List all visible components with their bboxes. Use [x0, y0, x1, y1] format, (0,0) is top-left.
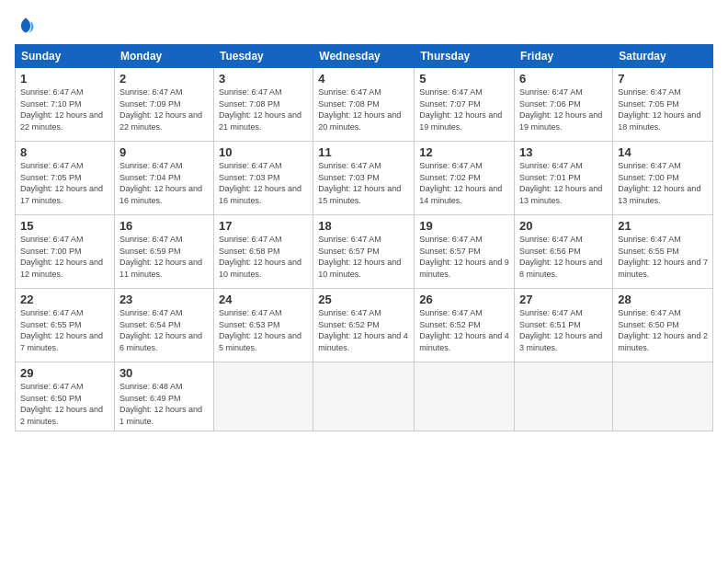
day-num: 17	[219, 219, 308, 233]
day-info: Sunrise: 6:47 AMSunset: 6:52 PMDaylight:…	[419, 307, 509, 353]
day-num: 8	[20, 145, 109, 159]
day-num: 14	[618, 145, 708, 159]
day-info: Sunrise: 6:47 AMSunset: 7:07 PMDaylight:…	[419, 86, 509, 132]
day-10: 10Sunrise: 6:47 AMSunset: 7:03 PMDayligh…	[213, 142, 313, 215]
day-3: 3Sunrise: 6:47 AMSunset: 7:08 PMDaylight…	[213, 68, 313, 142]
day-14: 14Sunrise: 6:47 AMSunset: 7:00 PMDayligh…	[613, 142, 713, 215]
day-num: 5	[419, 72, 509, 86]
col-header-wednesday: Wednesday	[313, 45, 415, 68]
day-num: 13	[519, 145, 608, 159]
empty-cell	[313, 362, 415, 431]
day-18: 18Sunrise: 6:47 AMSunset: 6:57 PMDayligh…	[313, 215, 415, 289]
day-info: Sunrise: 6:47 AMSunset: 7:10 PMDaylight:…	[20, 86, 109, 132]
day-13: 13Sunrise: 6:47 AMSunset: 7:01 PMDayligh…	[515, 142, 613, 215]
day-info: Sunrise: 6:47 AMSunset: 7:01 PMDaylight:…	[519, 160, 608, 206]
day-num: 11	[318, 145, 409, 159]
empty-cell	[213, 362, 313, 431]
day-26: 26Sunrise: 6:47 AMSunset: 6:52 PMDayligh…	[415, 289, 515, 362]
day-info: Sunrise: 6:47 AMSunset: 6:53 PMDaylight:…	[219, 307, 308, 353]
day-info: Sunrise: 6:47 AMSunset: 7:03 PMDaylight:…	[318, 160, 409, 206]
day-7: 7Sunrise: 6:47 AMSunset: 7:05 PMDaylight…	[613, 68, 713, 142]
day-info: Sunrise: 6:47 AMSunset: 7:06 PMDaylight:…	[519, 86, 608, 132]
day-9: 9Sunrise: 6:47 AMSunset: 7:04 PMDaylight…	[114, 142, 213, 215]
day-num: 29	[20, 366, 109, 380]
day-25: 25Sunrise: 6:47 AMSunset: 6:52 PMDayligh…	[313, 289, 415, 362]
day-info: Sunrise: 6:47 AMSunset: 6:57 PMDaylight:…	[318, 234, 409, 280]
day-8: 8Sunrise: 6:47 AMSunset: 7:05 PMDaylight…	[16, 142, 115, 215]
day-info: Sunrise: 6:47 AMSunset: 6:51 PMDaylight:…	[519, 307, 608, 353]
col-header-tuesday: Tuesday	[213, 45, 313, 68]
day-info: Sunrise: 6:47 AMSunset: 7:02 PMDaylight:…	[419, 160, 509, 206]
day-info: Sunrise: 6:47 AMSunset: 7:08 PMDaylight:…	[219, 86, 308, 132]
day-num: 30	[119, 366, 209, 380]
day-info: Sunrise: 6:47 AMSunset: 6:50 PMDaylight:…	[20, 381, 109, 427]
day-info: Sunrise: 6:47 AMSunset: 7:09 PMDaylight:…	[119, 86, 209, 132]
col-header-sunday: Sunday	[16, 45, 115, 68]
day-info: Sunrise: 6:47 AMSunset: 6:54 PMDaylight:…	[119, 307, 209, 353]
day-24: 24Sunrise: 6:47 AMSunset: 6:53 PMDayligh…	[213, 289, 313, 362]
day-info: Sunrise: 6:47 AMSunset: 6:59 PMDaylight:…	[119, 234, 209, 280]
day-num: 23	[119, 293, 209, 306]
day-22: 22Sunrise: 6:47 AMSunset: 6:55 PMDayligh…	[16, 289, 115, 362]
day-num: 19	[419, 219, 509, 233]
day-info: Sunrise: 6:47 AMSunset: 7:00 PMDaylight:…	[20, 234, 109, 280]
day-16: 16Sunrise: 6:47 AMSunset: 6:59 PMDayligh…	[114, 215, 213, 289]
day-1: 1Sunrise: 6:47 AMSunset: 7:10 PMDaylight…	[16, 68, 115, 142]
day-num: 20	[519, 219, 608, 233]
day-num: 28	[618, 293, 708, 306]
day-info: Sunrise: 6:47 AMSunset: 7:03 PMDaylight:…	[219, 160, 308, 206]
day-num: 22	[20, 293, 109, 306]
day-info: Sunrise: 6:47 AMSunset: 6:55 PMDaylight:…	[618, 234, 708, 280]
empty-cell	[613, 362, 713, 431]
day-19: 19Sunrise: 6:47 AMSunset: 6:57 PMDayligh…	[415, 215, 515, 289]
header	[15, 15, 713, 37]
col-header-thursday: Thursday	[415, 45, 515, 68]
day-23: 23Sunrise: 6:47 AMSunset: 6:54 PMDayligh…	[114, 289, 213, 362]
day-info: Sunrise: 6:47 AMSunset: 7:05 PMDaylight:…	[20, 160, 109, 206]
day-info: Sunrise: 6:47 AMSunset: 6:56 PMDaylight:…	[519, 234, 608, 280]
day-28: 28Sunrise: 6:47 AMSunset: 6:50 PMDayligh…	[613, 289, 713, 362]
day-num: 27	[519, 293, 608, 306]
day-num: 7	[618, 72, 708, 86]
col-header-friday: Friday	[515, 45, 613, 68]
logo-icon	[15, 15, 37, 37]
calendar: SundayMondayTuesdayWednesdayThursdayFrid…	[15, 44, 713, 431]
day-12: 12Sunrise: 6:47 AMSunset: 7:02 PMDayligh…	[415, 142, 515, 215]
day-num: 16	[119, 219, 209, 233]
day-15: 15Sunrise: 6:47 AMSunset: 7:00 PMDayligh…	[16, 215, 115, 289]
day-info: Sunrise: 6:47 AMSunset: 7:08 PMDaylight:…	[318, 86, 409, 132]
day-num: 18	[318, 219, 409, 233]
col-header-saturday: Saturday	[613, 45, 713, 68]
day-info: Sunrise: 6:47 AMSunset: 6:58 PMDaylight:…	[219, 234, 308, 280]
day-20: 20Sunrise: 6:47 AMSunset: 6:56 PMDayligh…	[515, 215, 613, 289]
day-info: Sunrise: 6:47 AMSunset: 7:00 PMDaylight:…	[618, 160, 708, 206]
day-2: 2Sunrise: 6:47 AMSunset: 7:09 PMDaylight…	[114, 68, 213, 142]
day-num: 21	[618, 219, 708, 233]
day-21: 21Sunrise: 6:47 AMSunset: 6:55 PMDayligh…	[613, 215, 713, 289]
day-num: 1	[20, 72, 109, 86]
day-num: 24	[219, 293, 308, 306]
day-num: 25	[318, 293, 409, 306]
col-header-monday: Monday	[114, 45, 213, 68]
day-info: Sunrise: 6:48 AMSunset: 6:49 PMDaylight:…	[119, 381, 209, 427]
page: SundayMondayTuesdayWednesdayThursdayFrid…	[0, 0, 728, 563]
logo	[15, 15, 40, 37]
day-num: 26	[419, 293, 509, 306]
empty-cell	[515, 362, 613, 431]
day-30: 30Sunrise: 6:48 AMSunset: 6:49 PMDayligh…	[114, 362, 213, 431]
day-num: 12	[419, 145, 509, 159]
day-num: 2	[119, 72, 209, 86]
day-5: 5Sunrise: 6:47 AMSunset: 7:07 PMDaylight…	[415, 68, 515, 142]
empty-cell	[415, 362, 515, 431]
day-29: 29Sunrise: 6:47 AMSunset: 6:50 PMDayligh…	[16, 362, 115, 431]
day-17: 17Sunrise: 6:47 AMSunset: 6:58 PMDayligh…	[213, 215, 313, 289]
day-4: 4Sunrise: 6:47 AMSunset: 7:08 PMDaylight…	[313, 68, 415, 142]
day-num: 4	[318, 72, 409, 86]
day-num: 10	[219, 145, 308, 159]
day-info: Sunrise: 6:47 AMSunset: 7:04 PMDaylight:…	[119, 160, 209, 206]
day-num: 9	[119, 145, 209, 159]
day-num: 3	[219, 72, 308, 86]
day-info: Sunrise: 6:47 AMSunset: 7:05 PMDaylight:…	[618, 86, 708, 132]
day-info: Sunrise: 6:47 AMSunset: 6:55 PMDaylight:…	[20, 307, 109, 353]
day-27: 27Sunrise: 6:47 AMSunset: 6:51 PMDayligh…	[515, 289, 613, 362]
